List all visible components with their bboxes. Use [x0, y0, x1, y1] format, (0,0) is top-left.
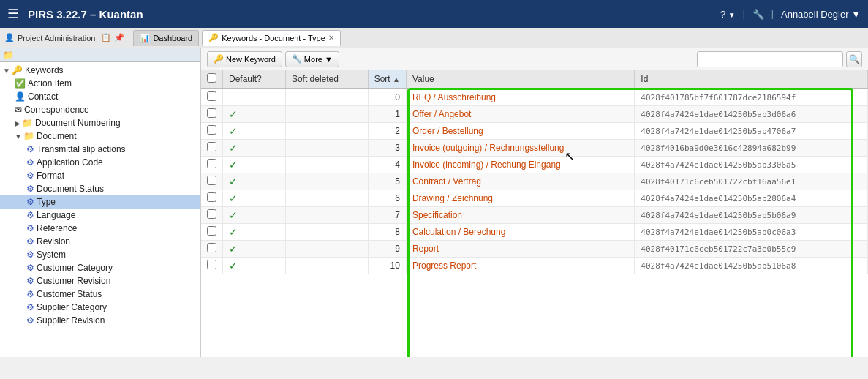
tools-button[interactable]: 🔧 — [752, 9, 764, 20]
row-value-cell[interactable]: RFQ / Ausschreibung — [406, 89, 634, 106]
sidebar-item-supplier-category[interactable]: ⚙ Supplier Category — [0, 301, 200, 314]
row-checkbox[interactable] — [207, 209, 216, 219]
table-row[interactable]: ✓ 6 Drawing / Zeichnung 4028f4a7424e1dae… — [201, 190, 868, 207]
row-value-cell[interactable]: Invoice (incoming) / Rechung Eingang — [406, 157, 634, 173]
tab-close-icon[interactable]: ✕ — [328, 34, 334, 42]
row-checkbox-cell — [201, 89, 223, 106]
col-header-checkbox[interactable] — [201, 70, 223, 89]
sort-asc-icon: ▲ — [393, 75, 400, 83]
tree-toggle-document[interactable]: ▼ — [15, 132, 22, 140]
row-value-cell[interactable]: Progress Report — [406, 258, 634, 274]
help-button[interactable]: ? ▼ — [720, 9, 736, 20]
sidebar-item-application-code[interactable]: ⚙ Application Code — [0, 156, 200, 169]
table-row[interactable]: ✓ 8 Calculation / Berechung 4028f4a7424e… — [201, 224, 868, 241]
row-checkbox[interactable] — [207, 226, 216, 236]
row-checkbox-cell — [201, 140, 223, 157]
table-row[interactable]: ✓ 5 Contract / Vertrag 4028f40171c6ceb50… — [201, 173, 868, 190]
tab-dashboard[interactable]: 📊 Dashboard — [133, 30, 199, 46]
default-checkmark: ✓ — [229, 243, 238, 255]
sidebar-item-action-item[interactable]: ✅ Action Item — [0, 77, 200, 90]
table-row[interactable]: ✓ 10 Progress Report 4028f4a7424e1dae014… — [201, 258, 868, 274]
row-sort-cell: 0 — [368, 89, 406, 106]
row-sort-cell: 4 — [368, 157, 406, 173]
sidebar-item-document-status[interactable]: ⚙ Document Status — [0, 182, 200, 195]
app-title: PIRS 3.22.7 – Kuantan — [28, 8, 720, 20]
table-row[interactable]: ✓ 1 Offer / Angebot 4028f4a7424e1dae0142… — [201, 106, 868, 123]
row-checkbox[interactable] — [207, 108, 216, 118]
topbar: ☰ PIRS 3.22.7 – Kuantan ? ▼ | 🔧 | Annabe… — [0, 0, 868, 28]
sidebar-item-reference[interactable]: ⚙ Reference — [0, 222, 200, 235]
default-checkmark: ✓ — [229, 108, 238, 120]
correspondence-icon: ✉ — [15, 105, 22, 115]
search-button[interactable]: 🔍 — [846, 51, 862, 67]
row-sort-cell: 1 — [368, 106, 406, 123]
table-row[interactable]: 0 RFQ / Ausschreibung 4028f401785bf7f601… — [201, 89, 868, 106]
default-checkmark: ✓ — [229, 192, 238, 204]
table-row[interactable]: ✓ 9 Report 4028f40171c6ceb501722c7a3e0b5… — [201, 241, 868, 258]
table-row[interactable]: ✓ 2 Order / Bestellung 4028f4a7424e1dae0… — [201, 123, 868, 140]
row-value-cell[interactable]: Calculation / Berechung — [406, 224, 634, 241]
row-id-cell: 4028f401785bf7f601787dce2186594f — [635, 89, 868, 106]
table-row[interactable]: ✓ 4 Invoice (incoming) / Rechung Eingang… — [201, 157, 868, 173]
col-header-default[interactable]: Default? — [223, 70, 286, 89]
row-value-cell[interactable]: Drawing / Zeichnung — [406, 190, 634, 207]
sidebar-item-keywords[interactable]: ▼ 🔑 Keywords — [0, 64, 200, 77]
tree-toggle-doc-numbering[interactable]: ▶ — [15, 119, 20, 127]
sidebar-item-document-numbering[interactable]: ▶ 📁 Document Numbering — [0, 116, 200, 130]
row-sort-cell: 7 — [368, 207, 406, 224]
search-input[interactable] — [697, 51, 843, 67]
more-button[interactable]: 🔧 More ▼ — [285, 51, 339, 67]
user-menu[interactable]: Annabell Degler ▼ — [781, 9, 861, 20]
row-value-cell[interactable]: Invoice (outgoing) / Rechnungsstellung — [406, 140, 634, 157]
sidebar-item-transmittal-slip[interactable]: ⚙ Transmittal slip actions — [0, 143, 200, 156]
col-header-soft-deleted[interactable]: Soft deleted — [285, 70, 368, 89]
sidebar-item-revision[interactable]: ⚙ Revision — [0, 235, 200, 248]
new-keyword-button[interactable]: 🔑 New Keyword — [207, 51, 282, 67]
sidebar-item-document[interactable]: ▼ 📁 Document — [0, 130, 200, 143]
row-value-cell[interactable]: Offer / Angebot — [406, 106, 634, 123]
col-header-id[interactable]: Id — [635, 70, 868, 89]
sidebar-item-customer-revision[interactable]: ⚙ Customer Revision — [0, 274, 200, 288]
select-all-checkbox[interactable] — [207, 73, 216, 83]
row-soft-deleted-cell — [285, 258, 368, 274]
col-header-sort[interactable]: Sort ▲ — [368, 70, 406, 89]
row-checkbox[interactable] — [207, 125, 216, 135]
table-row[interactable]: ✓ 7 Specification 4028f4a7424e1dae014250… — [201, 207, 868, 224]
menu-icon[interactable]: ☰ — [7, 6, 19, 22]
sidebar-item-correspondence[interactable]: ✉ Correspondence — [0, 103, 200, 116]
row-checkbox[interactable] — [207, 260, 216, 269]
project-pin-icon[interactable]: 📌 — [114, 33, 124, 42]
row-checkbox[interactable] — [207, 176, 216, 185]
row-checkbox[interactable] — [207, 159, 216, 168]
sidebar-item-system[interactable]: ⚙ System — [0, 248, 200, 261]
row-checkbox[interactable] — [207, 243, 216, 252]
row-checkbox[interactable] — [207, 142, 216, 151]
topbar-right: ? ▼ | 🔧 | Annabell Degler ▼ — [720, 9, 861, 20]
tab-keywords-document-type[interactable]: 🔑 Keywords - Document - Type ✕ — [202, 30, 341, 46]
content-toolbar: 🔑 New Keyword 🔧 More ▼ 🔍 — [201, 48, 868, 70]
row-value-cell[interactable]: Report — [406, 241, 634, 258]
row-value-cell[interactable]: Order / Bestellung — [406, 123, 634, 140]
row-checkbox-cell — [201, 173, 223, 190]
col-header-value[interactable]: Value — [406, 70, 634, 89]
row-value-cell[interactable]: Contract / Vertrag — [406, 173, 634, 190]
keywords-icon: 🔑 — [208, 33, 219, 42]
project-action-icon[interactable]: 📋 — [101, 33, 111, 42]
sidebar-item-contact[interactable]: 👤 Contact — [0, 90, 200, 103]
sidebar-item-label-keywords: Keywords — [25, 65, 64, 75]
action-item-icon: ✅ — [15, 78, 26, 89]
row-default-cell: ✓ — [223, 258, 286, 274]
sidebar-item-format[interactable]: ⚙ Format — [0, 169, 200, 182]
sidebar-item-customer-category[interactable]: ⚙ Customer Category — [0, 261, 200, 274]
sidebar-item-customer-status[interactable]: ⚙ Customer Status — [0, 288, 200, 301]
format-icon: ⚙ — [26, 170, 34, 181]
tree-toggle-keywords[interactable]: ▼ — [3, 67, 10, 75]
type-icon: ⚙ — [26, 197, 34, 207]
row-checkbox[interactable] — [207, 91, 216, 101]
row-checkbox[interactable] — [207, 192, 216, 202]
table-row[interactable]: ✓ 3 Invoice (outgoing) / Rechnungsstellu… — [201, 140, 868, 157]
sidebar-item-language[interactable]: ⚙ Language — [0, 209, 200, 222]
sidebar-item-supplier-revision[interactable]: ⚙ Supplier Revision — [0, 314, 200, 327]
sidebar-item-type[interactable]: ⚙ Type — [0, 195, 200, 209]
row-value-cell[interactable]: Specification — [406, 207, 634, 224]
